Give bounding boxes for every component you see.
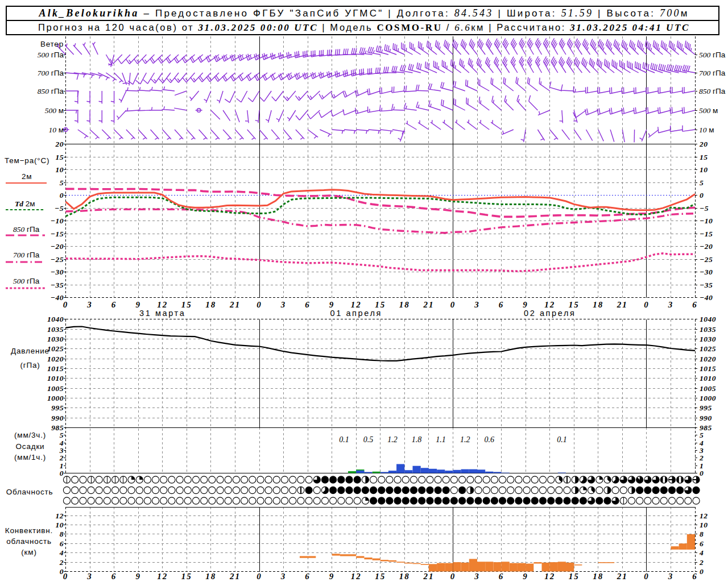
svg-text:0: 0: [60, 191, 64, 199]
svg-text:8: 8: [700, 530, 704, 538]
svg-text:Осадки: Осадки: [16, 442, 45, 451]
svg-text:−10: −10: [700, 217, 713, 225]
svg-text:12: 12: [157, 572, 168, 581]
svg-text:1010: 1010: [700, 374, 716, 383]
svg-text:12: 12: [544, 572, 555, 581]
svg-text:0: 0: [63, 300, 69, 309]
svg-text:1035: 1035: [700, 325, 716, 334]
svg-text:−10: −10: [51, 217, 64, 225]
svg-text:10 м: 10 м: [48, 126, 64, 134]
svg-text:15: 15: [181, 300, 192, 309]
svg-text:−20: −20: [700, 242, 713, 251]
svg-text:850 гПа: 850 гПа: [699, 87, 726, 95]
svg-text:5: 5: [60, 431, 64, 439]
svg-text:0.1: 0.1: [557, 435, 567, 444]
svg-text:1020: 1020: [700, 355, 716, 363]
svg-text:18: 18: [593, 300, 603, 309]
svg-text:2: 2: [59, 558, 64, 567]
svg-text:6: 6: [305, 572, 311, 581]
svg-text:20: 20: [55, 140, 64, 148]
svg-text:21: 21: [617, 300, 628, 309]
svg-text:−25: −25: [700, 255, 713, 264]
svg-text:−40: −40: [700, 293, 713, 302]
svg-text:1015: 1015: [47, 364, 64, 373]
svg-text:21: 21: [423, 572, 434, 581]
svg-text:1040: 1040: [700, 315, 716, 323]
svg-text:1020: 1020: [47, 355, 64, 363]
svg-text:500 гПа: 500 гПа: [699, 51, 726, 59]
svg-text:0: 0: [644, 572, 650, 581]
svg-text:3: 3: [474, 572, 480, 581]
svg-text:4: 4: [59, 548, 64, 557]
svg-text:−30: −30: [700, 268, 713, 276]
svg-text:21: 21: [423, 300, 434, 309]
svg-text:0: 0: [450, 300, 456, 309]
svg-text:10 м: 10 м: [699, 126, 714, 134]
svg-text:01 апреля: 01 апреля: [330, 309, 382, 318]
svg-text:12: 12: [351, 572, 362, 581]
svg-text:0: 0: [700, 191, 704, 199]
svg-text:−15: −15: [51, 230, 64, 238]
svg-text:10: 10: [700, 165, 708, 174]
svg-text:−15: −15: [700, 230, 713, 238]
svg-text:21: 21: [229, 572, 241, 581]
svg-text:6: 6: [692, 300, 698, 309]
svg-text:5: 5: [60, 178, 64, 187]
svg-text:1: 1: [60, 462, 64, 470]
svg-text:−40: −40: [51, 293, 64, 302]
svg-text:1.2: 1.2: [460, 435, 470, 444]
svg-text:15: 15: [569, 300, 580, 309]
svg-text:500 гПа: 500 гПа: [13, 277, 40, 285]
svg-text:15: 15: [181, 572, 192, 581]
svg-text:995: 995: [700, 404, 712, 412]
svg-text:500 м: 500 м: [45, 106, 64, 115]
svg-text:3: 3: [280, 572, 287, 581]
svg-text:3: 3: [86, 572, 93, 581]
svg-text:6: 6: [700, 539, 704, 548]
svg-text:18: 18: [205, 572, 216, 581]
svg-text:0: 0: [700, 567, 704, 576]
svg-text:−30: −30: [51, 268, 64, 276]
svg-text:(км): (км): [21, 548, 36, 556]
svg-text:0: 0: [644, 300, 650, 309]
svg-text:1.2: 1.2: [387, 435, 398, 444]
svg-text:4: 4: [59, 439, 64, 447]
svg-text:1.8: 1.8: [412, 435, 422, 444]
svg-text:1010: 1010: [47, 374, 64, 383]
svg-text:1: 1: [700, 462, 704, 470]
svg-text:8: 8: [60, 530, 64, 538]
svg-text:(мм/3ч.): (мм/3ч.): [14, 431, 46, 439]
svg-text:6: 6: [499, 572, 504, 581]
svg-text:1025: 1025: [47, 344, 64, 353]
svg-text:3: 3: [280, 300, 287, 309]
svg-text:1040: 1040: [47, 315, 64, 323]
svg-text:Давление: Давление: [11, 347, 49, 355]
svg-text:9: 9: [329, 572, 335, 581]
svg-text:2: 2: [699, 558, 704, 567]
svg-text:0: 0: [63, 572, 69, 581]
svg-text:1030: 1030: [47, 335, 64, 343]
svg-text:3: 3: [699, 446, 704, 455]
svg-text:1005: 1005: [47, 384, 64, 393]
svg-text:−5: −5: [55, 204, 64, 213]
svg-text:12: 12: [157, 300, 168, 309]
svg-text:9: 9: [523, 572, 528, 581]
svg-text:850 гПа: 850 гПа: [38, 87, 64, 95]
svg-text:2: 2: [699, 454, 704, 462]
svg-text:3: 3: [668, 300, 674, 309]
svg-text:02 апреля: 02 апреля: [524, 309, 576, 318]
svg-text:995: 995: [51, 404, 64, 412]
svg-text:15: 15: [375, 300, 386, 309]
svg-text:850 гПа: 850 гПа: [13, 225, 40, 234]
svg-text:10: 10: [700, 521, 708, 529]
svg-text:20: 20: [699, 140, 708, 148]
svg-text:Прогноз на 120 часа(ов) от 31.: Прогноз на 120 часа(ов) от 31.03.2025 00…: [38, 22, 690, 33]
svg-text:700 гПа: 700 гПа: [13, 251, 40, 259]
svg-text:0.1: 0.1: [339, 435, 349, 444]
svg-text:4: 4: [699, 548, 704, 557]
svg-text:6: 6: [111, 572, 117, 581]
svg-text:12: 12: [700, 512, 708, 520]
svg-text:1030: 1030: [700, 335, 716, 343]
svg-text:3: 3: [59, 446, 64, 455]
svg-text:15: 15: [569, 572, 580, 581]
